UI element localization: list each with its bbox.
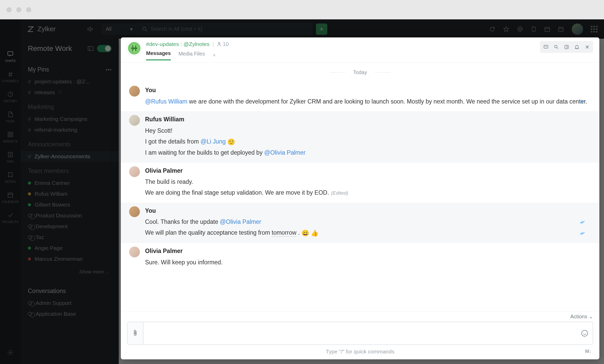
- message-avatar[interactable]: [129, 166, 140, 177]
- sidebar-team-item[interactable]: Development: [28, 221, 112, 232]
- sidebar-announcement-item[interactable]: #Zylker-Announcements: [21, 151, 119, 162]
- sidebar-team-item[interactable]: Angie Page: [28, 243, 112, 254]
- member-count[interactable]: 10: [217, 41, 229, 47]
- marketing-section-title[interactable]: Marketing: [28, 104, 112, 110]
- window-close-dot[interactable]: [6, 7, 12, 12]
- sidebar-title: Remote Work: [28, 44, 72, 53]
- star-icon[interactable]: [503, 26, 509, 32]
- brand[interactable]: Zylker: [27, 25, 56, 33]
- hash-icon: #: [28, 127, 31, 133]
- channel-avatar-icon: [127, 41, 141, 56]
- sidebar: Remote Work My Pins ••• #project-updates…: [21, 39, 119, 364]
- search-box[interactable]: [137, 23, 313, 35]
- message-avatar[interactable]: [129, 247, 140, 257]
- refresh-icon[interactable]: [489, 26, 495, 32]
- message-author: Olivia Palmer: [145, 247, 591, 256]
- rail-files-label: FILES: [6, 120, 14, 123]
- rail-history[interactable]: HISTORY: [4, 91, 17, 103]
- rail-calendar[interactable]: CALENDAR: [2, 191, 19, 204]
- channel-name[interactable]: #dev-updates : @Zylnotes: [146, 41, 209, 47]
- panel-icon[interactable]: [88, 46, 93, 51]
- search-scope-select[interactable]: All ▾: [101, 23, 137, 35]
- sidebar-pin-item[interactable]: #releases⦾: [28, 87, 112, 98]
- show-more-link[interactable]: Show more ...: [21, 266, 119, 280]
- mention[interactable]: @Olivia Palmer: [220, 218, 261, 225]
- search-input[interactable]: [151, 26, 308, 32]
- remote-toggle[interactable]: [97, 45, 112, 52]
- rail-files[interactable]: FILES: [6, 111, 14, 123]
- status-dot-icon: [28, 203, 31, 206]
- conversations-section-title[interactable]: Conversations: [28, 288, 112, 295]
- at-icon[interactable]: [517, 26, 523, 32]
- rail-widgets[interactable]: WIDGETS: [3, 131, 18, 143]
- message-composer: [127, 322, 593, 345]
- sidebar-team-item[interactable]: Product Discussion: [28, 210, 112, 221]
- more-dots-icon[interactable]: •••: [106, 66, 112, 73]
- paperclip-icon: [132, 329, 139, 337]
- sidebar-conversation-item[interactable]: Admin Support: [28, 298, 112, 308]
- sidebar-conversation-item[interactable]: Application Base: [28, 308, 112, 319]
- pins-section-title[interactable]: My Pins •••: [28, 66, 112, 73]
- mention[interactable]: @Olivia Palmer: [264, 149, 306, 156]
- emoji-icon: 😄: [301, 230, 309, 236]
- rail-channels-label: CHANNELS: [2, 79, 19, 83]
- chat-bell-icon[interactable]: [572, 42, 582, 52]
- chat-popout-icon[interactable]: [562, 42, 571, 52]
- announcements-section-title[interactable]: Announcements: [28, 141, 112, 148]
- speaker-mute-icon[interactable]: [87, 26, 93, 32]
- message-avatar[interactable]: [129, 115, 140, 126]
- sidebar-team-item[interactable]: Taz: [28, 232, 112, 243]
- rail-history-label: HISTORY: [4, 99, 17, 103]
- chat-search-icon[interactable]: [551, 42, 561, 52]
- nav-rail: CHATS CHANNELS HISTORY FILES WIDGETS ORG…: [0, 19, 21, 364]
- user-avatar[interactable]: [572, 23, 583, 35]
- emoji-picker-button[interactable]: [577, 322, 593, 344]
- store-icon[interactable]: [558, 26, 564, 32]
- edited-marker: (Edited): [331, 190, 348, 196]
- apps-grid-icon[interactable]: [591, 26, 598, 33]
- message: You@Rufus William we are done with the d…: [121, 82, 599, 111]
- chat-header-actions: [540, 41, 593, 53]
- window-zoom-dot[interactable]: [26, 7, 31, 12]
- read-ticks-icon: [580, 232, 585, 235]
- rail-settings[interactable]: [7, 349, 14, 356]
- sidebar-marketing-item[interactable]: #referral-marketing: [28, 124, 112, 135]
- sidebar-marketing-item[interactable]: #Marketing Campaigns: [28, 114, 112, 124]
- sidebar-team-item[interactable]: Marcus Zimmerman: [28, 254, 112, 264]
- tab-messages[interactable]: Messages: [146, 50, 171, 60]
- clipboard-icon[interactable]: [531, 26, 537, 32]
- mention[interactable]: @Li Jung: [201, 138, 226, 145]
- rail-notes[interactable]: NOTES: [5, 171, 15, 184]
- rail-chats[interactable]: CHATS: [5, 50, 15, 63]
- attach-button[interactable]: [128, 322, 144, 344]
- svg-rect-3: [8, 135, 10, 137]
- actions-dropdown[interactable]: Actions ⌄: [121, 311, 599, 322]
- hash-icon: [7, 70, 14, 78]
- brand-name: Zylker: [37, 25, 56, 33]
- message-avatar[interactable]: [129, 86, 140, 97]
- sidebar-team-item[interactable]: Gilbert Bowers: [28, 199, 112, 210]
- window-minimize-dot[interactable]: [16, 7, 21, 12]
- chat-close-icon[interactable]: [582, 42, 592, 52]
- chat-pin-icon[interactable]: [541, 42, 551, 52]
- rail-channels[interactable]: CHANNELS: [2, 70, 19, 83]
- sidebar-team-item[interactable]: Emma Cartner: [28, 178, 112, 188]
- calendar-top-icon[interactable]: [544, 26, 550, 32]
- status-dot-icon: [28, 247, 31, 250]
- rail-org[interactable]: ORG: [7, 151, 14, 163]
- message-input[interactable]: [144, 322, 577, 344]
- rail-projects-label: PROJECTS: [2, 220, 19, 224]
- sidebar-team-item[interactable]: Rufus William: [28, 188, 112, 199]
- markdown-badge[interactable]: M↓: [585, 349, 592, 354]
- mention[interactable]: @Rufus William: [145, 98, 187, 105]
- tab-add-button[interactable]: +: [213, 52, 216, 58]
- add-button[interactable]: +: [316, 23, 327, 35]
- team-section-title[interactable]: Team members: [28, 168, 112, 175]
- sidebar-pin-item[interactable]: #project-updates : @Z...: [28, 76, 112, 87]
- message-text: The build is ready.: [145, 177, 591, 187]
- rail-projects[interactable]: PROJECTS: [2, 211, 19, 224]
- emoji-icon: 🙂: [227, 138, 235, 145]
- message-avatar[interactable]: [129, 206, 140, 217]
- tab-media-files[interactable]: Media Files: [179, 51, 205, 60]
- svg-point-12: [218, 42, 220, 44]
